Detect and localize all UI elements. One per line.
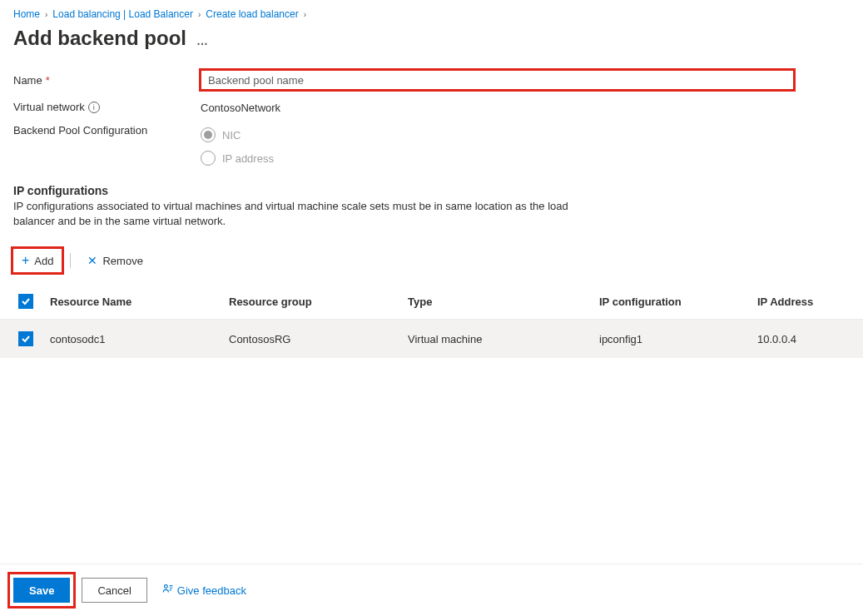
radio-ip-label: IP address xyxy=(222,152,274,165)
cell-ip-configuration: ipconfig1 xyxy=(591,320,749,359)
config-label: Backend Pool Configuration xyxy=(13,124,201,137)
name-input[interactable] xyxy=(201,70,794,90)
table-header-row: Resource Name Resource group Type IP con… xyxy=(0,284,863,320)
config-radio-group: NIC IP address xyxy=(201,124,274,166)
chevron-right-icon: › xyxy=(198,10,201,19)
ipconfig-toolbar: + Add ✕ Remove xyxy=(0,229,863,284)
col-type[interactable]: Type xyxy=(399,284,591,320)
more-actions-button[interactable]: … xyxy=(196,34,210,47)
cell-type: Virtual machine xyxy=(399,320,591,359)
col-ip-configuration[interactable]: IP configuration xyxy=(591,284,749,320)
page-title: Add backend pool … xyxy=(0,23,863,50)
row-checkbox[interactable] xyxy=(18,331,33,346)
name-row: Name * xyxy=(13,70,850,90)
close-icon: ✕ xyxy=(87,254,97,267)
col-resource-name[interactable]: Resource Name xyxy=(42,284,221,320)
breadcrumb-home[interactable]: Home xyxy=(13,8,40,20)
cell-ip-address: 10.0.0.4 xyxy=(749,320,863,359)
cell-resource-group: ContososRG xyxy=(221,320,399,359)
add-button-label: Add xyxy=(34,255,53,267)
radio-icon xyxy=(201,127,216,142)
breadcrumb-load-balancing[interactable]: Load balancing | Load Balancer xyxy=(52,8,193,20)
remove-button[interactable]: ✕ Remove xyxy=(79,249,151,272)
toolbar-separator xyxy=(70,253,71,268)
remove-button-label: Remove xyxy=(102,255,142,267)
vnet-label: Virtual network i xyxy=(13,101,201,113)
radio-ip-address[interactable]: IP address xyxy=(201,151,274,166)
page-title-text: Add backend pool xyxy=(13,27,186,50)
required-indicator: * xyxy=(46,74,50,87)
save-button[interactable]: Save xyxy=(13,578,70,603)
ipconfig-table: Resource Name Resource group Type IP con… xyxy=(0,284,863,358)
name-label-text: Name xyxy=(13,74,42,87)
give-feedback-label: Give feedback xyxy=(177,584,246,597)
radio-icon xyxy=(201,151,216,166)
name-label: Name * xyxy=(13,74,201,87)
col-resource-group[interactable]: Resource group xyxy=(221,284,399,320)
config-row: Backend Pool Configuration NIC IP addres… xyxy=(13,124,850,166)
breadcrumb-create-lb[interactable]: Create load balancer xyxy=(206,8,298,20)
feedback-icon xyxy=(162,584,174,598)
svg-point-0 xyxy=(164,584,167,588)
info-icon[interactable]: i xyxy=(88,102,100,113)
chevron-right-icon: › xyxy=(45,10,47,19)
cell-resource-name: contosodc1 xyxy=(42,320,221,359)
chevron-right-icon: › xyxy=(304,10,306,19)
vnet-value: ContosoNetwork xyxy=(201,100,280,114)
cancel-button[interactable]: Cancel xyxy=(82,578,146,603)
vnet-row: Virtual network i ContosoNetwork xyxy=(13,100,850,114)
give-feedback-link[interactable]: Give feedback xyxy=(162,584,246,598)
plus-icon: + xyxy=(22,254,29,267)
add-button[interactable]: + Add xyxy=(13,249,62,272)
ipconfig-heading: IP configurations xyxy=(0,176,863,199)
radio-nic[interactable]: NIC xyxy=(201,127,274,142)
select-all-checkbox[interactable] xyxy=(18,294,33,309)
breadcrumb: Home › Load balancing | Load Balancer › … xyxy=(0,0,863,23)
table-row[interactable]: contosodc1 ContososRG Virtual machine ip… xyxy=(0,320,863,359)
form-area: Name * Virtual network i ContosoNetwork … xyxy=(0,50,863,166)
footer-bar: Save Cancel Give feedback xyxy=(0,564,863,616)
vnet-label-text: Virtual network xyxy=(13,101,85,113)
ipconfig-description: IP configurations associated to virtual … xyxy=(0,199,616,229)
radio-nic-label: NIC xyxy=(222,129,241,142)
col-ip-address[interactable]: IP Address xyxy=(749,284,863,320)
